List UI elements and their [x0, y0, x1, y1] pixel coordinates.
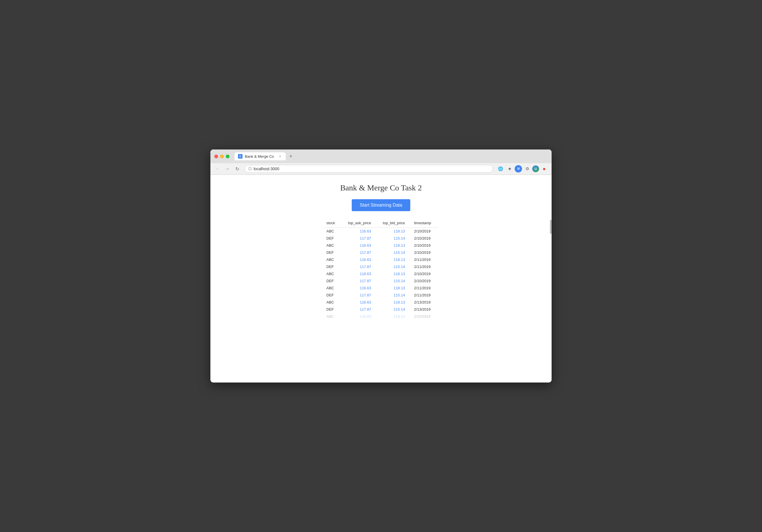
translate-button[interactable]: 🌐 — [496, 165, 504, 173]
table-row: ABC116.63118.132/10/2019 — [324, 270, 438, 277]
table-wrapper: stock top_ask_price top_bid_price timest… — [216, 220, 546, 320]
close-traffic-light[interactable] — [214, 155, 218, 158]
cell-timestamp: 2/10/2019 — [410, 277, 438, 285]
cell-bid-price: 115.14 — [376, 235, 410, 242]
cell-bid-price: 118.13 — [376, 256, 410, 263]
cell-stock: DEF — [324, 249, 341, 256]
menu-button[interactable]: ● — [540, 165, 548, 173]
table-header-row: stock top_ask_price top_bid_price timest… — [324, 220, 438, 228]
cell-stock: DEF — [324, 306, 341, 313]
tab-bar: B Bank & Merge Co × + — [235, 152, 548, 160]
address-text: localhost:3000 — [254, 166, 489, 171]
table-row: ABC116.63118.132/13/2019 — [324, 299, 438, 306]
cell-bid-price: 115.14 — [376, 306, 410, 313]
cell-timestamp: 2/11/2019 — [410, 256, 438, 263]
cell-bid-price: 115.14 — [376, 263, 410, 270]
col-header-ask-price: top_ask_price — [341, 220, 376, 228]
back-button[interactable]: ← — [214, 165, 222, 173]
table-row: ABC116.63118.132/10/2019 — [324, 313, 438, 320]
tab-favicon: B — [238, 154, 243, 159]
cell-bid-price: 118.13 — [376, 299, 410, 306]
forward-button[interactable]: → — [223, 165, 231, 173]
table-row: DEF117.87115.142/10/2019 — [324, 235, 438, 242]
cell-ask-price: 117.87 — [341, 277, 376, 285]
toolbar-actions: 🌐 ★ ⚒ ⚙ U ● — [496, 165, 548, 173]
cell-timestamp: 2/13/2019 — [410, 299, 438, 306]
cell-ask-price: 117.87 — [341, 249, 376, 256]
button-container: Start Streaming Data — [216, 199, 546, 211]
puzzle-button[interactable]: ⚙ — [523, 165, 531, 173]
cell-ask-price: 116.63 — [341, 228, 376, 235]
cell-ask-price: 116.63 — [341, 242, 376, 249]
maximize-traffic-light[interactable] — [226, 155, 229, 158]
table-row: ABC116.63118.132/10/2019 — [324, 242, 438, 249]
minimize-traffic-light[interactable] — [220, 155, 224, 158]
cell-timestamp: 2/11/2019 — [410, 292, 438, 299]
browser-window: B Bank & Merge Co × + ← → ↻ ⓘ localhost:… — [210, 150, 552, 382]
table-row: ABC116.63118.132/10/2019 — [324, 228, 438, 235]
cell-ask-price: 116.63 — [341, 299, 376, 306]
tab-close-button[interactable]: × — [278, 154, 282, 159]
cell-ask-price: 117.87 — [341, 235, 376, 242]
cell-timestamp: 2/10/2019 — [410, 249, 438, 256]
bookmark-button[interactable]: ★ — [505, 165, 513, 173]
page-content: Bank & Merge Co Task 2 Start Streaming D… — [210, 175, 552, 379]
start-streaming-button[interactable]: Start Streaming Data — [352, 199, 410, 211]
col-header-stock: stock — [324, 220, 341, 228]
cell-timestamp: 2/10/2019 — [410, 270, 438, 277]
data-table: stock top_ask_price top_bid_price timest… — [324, 220, 438, 320]
table-row: DEF117.87115.142/11/2019 — [324, 292, 438, 299]
cell-timestamp: 2/10/2019 — [410, 313, 438, 320]
cell-timestamp: 2/10/2019 — [410, 235, 438, 242]
cell-timestamp: 2/11/2019 — [410, 263, 438, 270]
cell-ask-price: 116.63 — [341, 285, 376, 292]
col-header-bid-price: top_bid_price — [376, 220, 410, 228]
cell-ask-price: 116.63 — [341, 256, 376, 263]
scrollbar-track[interactable] — [550, 220, 552, 277]
cell-bid-price: 115.14 — [376, 249, 410, 256]
cell-stock: ABC — [324, 270, 341, 277]
cell-stock: ABC — [324, 313, 341, 320]
browser-toolbar: ← → ↻ ⓘ localhost:3000 🌐 ★ ⚒ ⚙ U ● — [210, 163, 552, 174]
table-row: ABC116.63118.132/11/2019 — [324, 256, 438, 263]
table-row: DEF117.87115.142/10/2019 — [324, 277, 438, 285]
tab-title: Bank & Merge Co — [245, 154, 275, 159]
cell-stock: ABC — [324, 285, 341, 292]
profile-avatar[interactable]: U — [532, 166, 539, 172]
cell-stock: DEF — [324, 263, 341, 270]
cell-bid-price: 118.13 — [376, 228, 410, 235]
cell-ask-price: 117.87 — [341, 292, 376, 299]
cell-stock: DEF — [324, 292, 341, 299]
table-row: DEF117.87115.142/13/2019 — [324, 306, 438, 313]
cell-timestamp: 2/10/2019 — [410, 242, 438, 249]
cell-bid-price: 115.14 — [376, 292, 410, 299]
new-tab-button[interactable]: + — [287, 152, 295, 160]
cell-bid-price: 115.14 — [376, 277, 410, 285]
cell-timestamp: 2/10/2019 — [410, 228, 438, 235]
table-row: DEF117.87115.142/10/2019 — [324, 249, 438, 256]
cell-stock: DEF — [324, 277, 341, 285]
cell-bid-price: 118.13 — [376, 242, 410, 249]
cell-stock: ABC — [324, 228, 341, 235]
cell-bid-price: 118.13 — [376, 285, 410, 292]
titlebar: B Bank & Merge Co × + — [210, 150, 552, 163]
address-bar[interactable]: ⓘ localhost:3000 — [245, 165, 493, 173]
extension-button[interactable]: ⚒ — [515, 165, 522, 172]
browser-chrome: B Bank & Merge Co × + ← → ↻ ⓘ localhost:… — [210, 150, 552, 175]
cell-ask-price: 117.87 — [341, 306, 376, 313]
browser-tab[interactable]: B Bank & Merge Co × — [235, 152, 286, 160]
cell-stock: ABC — [324, 242, 341, 249]
favicon-text: B — [239, 155, 241, 158]
cell-bid-price: 118.13 — [376, 313, 410, 320]
traffic-lights — [214, 155, 229, 158]
refresh-button[interactable]: ↻ — [233, 165, 241, 173]
cell-ask-price: 117.87 — [341, 263, 376, 270]
cell-timestamp: 2/13/2019 — [410, 306, 438, 313]
lock-icon: ⓘ — [248, 166, 252, 171]
page-title: Bank & Merge Co Task 2 — [216, 183, 546, 192]
scrollbar-thumb[interactable] — [550, 220, 552, 234]
cell-timestamp: 2/11/2019 — [410, 285, 438, 292]
cell-ask-price: 116.63 — [341, 270, 376, 277]
cell-bid-price: 118.13 — [376, 270, 410, 277]
table-row: ABC116.63118.132/11/2019 — [324, 285, 438, 292]
